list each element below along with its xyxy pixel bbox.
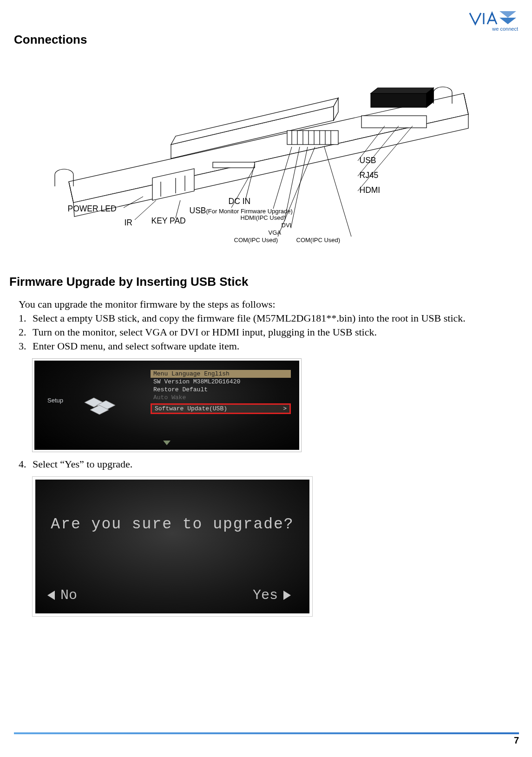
osd-setup-label: Setup	[47, 397, 63, 404]
osd-sw-version: SW Version M38ML2DG16420	[151, 378, 291, 386]
heading-connections: Connections	[14, 33, 513, 47]
heading-firmware: Firmware Upgrade by Inserting USB Stick	[9, 275, 513, 289]
triangle-left-icon	[47, 591, 55, 600]
label-com-ipc-left: COM(IPC Used)	[234, 237, 278, 244]
osd-menu: Menu Language English SW Version M38ML2D…	[151, 370, 291, 414]
step-3: 3.Enter OSD menu, and select software up…	[19, 340, 513, 352]
osd-setup-screenshot: Setup Menu Language English SW Version M…	[33, 359, 301, 452]
label-power-led: POWER LED	[68, 204, 117, 214]
label-rj45: RJ45	[360, 171, 379, 180]
svg-marker-5	[371, 88, 433, 93]
svg-line-28	[324, 147, 351, 237]
label-usb: USB	[360, 156, 376, 165]
brand-logo: we connect	[468, 10, 519, 34]
triangle-right-icon	[283, 591, 291, 600]
step-1: 1.Select a empty USB stick, and copy the…	[19, 312, 513, 324]
label-dc-in: DC IN	[229, 197, 251, 206]
step-4: 4.Select “Yes” to upgrade.	[19, 458, 513, 470]
osd-software-update: Software Update(USB)>	[151, 403, 291, 414]
label-com-ipc-right: COM(IPC Used)	[296, 237, 341, 244]
osd-menu-language: Menu Language English	[151, 370, 291, 378]
svg-rect-4	[371, 93, 427, 107]
osd-choice-yes: Yes	[253, 587, 291, 603]
svg-rect-8	[213, 162, 255, 168]
svg-marker-7	[152, 169, 194, 200]
svg-marker-0	[69, 93, 468, 203]
label-hdmi-ipc: HDMI(IPC Used)	[241, 214, 286, 221]
intro-text: You can upgrade the monitor firmware by …	[19, 298, 513, 310]
svg-rect-18	[361, 116, 427, 128]
osd-confirm-question: Are you sure to upgrade?	[35, 516, 309, 533]
osd-confirm-screenshot: Are you sure to upgrade? No Yes	[33, 477, 312, 616]
setup-boxes-icon	[81, 389, 123, 415]
connections-diagram: POWER LED IR KEY PAD DC IN USB(For Monit…	[36, 61, 492, 256]
osd-restore-default: Restore Default	[151, 386, 291, 394]
osd-choice-no: No	[47, 587, 77, 603]
label-dvi: DVI	[282, 222, 292, 229]
svg-line-21	[176, 200, 180, 218]
page-footer: 7	[14, 732, 519, 746]
step-2: 2.Turn on the monitor, select VGA or DVI…	[19, 326, 513, 338]
label-vga: VGA	[269, 229, 281, 236]
brand-tagline: we connect	[492, 26, 518, 32]
chevron-right-icon: >	[283, 405, 287, 412]
chevron-down-icon	[163, 441, 171, 445]
label-ir: IR	[125, 218, 133, 228]
label-hdmi: HDMI	[360, 185, 381, 195]
page-number: 7	[514, 735, 519, 745]
label-key-pad: KEY PAD	[151, 216, 186, 226]
osd-auto-wake: Auto Wake	[151, 394, 291, 402]
